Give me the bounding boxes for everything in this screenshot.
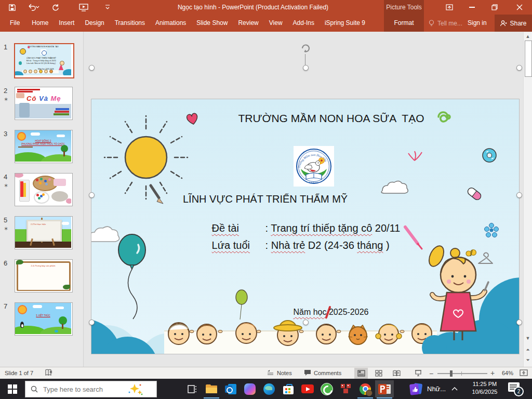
youtube-button[interactable] — [298, 380, 317, 397]
normal-view-button[interactable] — [354, 368, 368, 379]
taskbar-search[interactable] — [25, 381, 157, 397]
slide-sorter-view-button[interactable] — [372, 368, 385, 379]
comments-label[interactable]: Comments — [314, 370, 341, 376]
redo-button[interactable] — [49, 2, 61, 13]
scroll-down-arrow[interactable]: ▼ — [524, 335, 531, 342]
edge-button[interactable] — [260, 380, 278, 397]
taskbar-clock[interactable]: 11:25 PM 10/6/2025 — [467, 380, 503, 397]
share-person-icon — [500, 20, 507, 27]
start-button[interactable] — [3, 380, 22, 397]
search-input[interactable] — [42, 385, 127, 394]
undo-button[interactable] — [26, 2, 42, 13]
close-button[interactable] — [509, 0, 530, 15]
school-logo: Trường Mầm non Hoa Sữa — [294, 146, 334, 187]
tab-ispring[interactable]: iSpring Suite 9 — [320, 15, 370, 32]
vertical-scrollbar[interactable]: ▲ ▼ ⏶ ⏷ — [523, 32, 532, 367]
ribbon-display-options-button[interactable] — [439, 0, 460, 15]
slide-year-line[interactable]: Năm học 2025-2026 — [270, 298, 368, 326]
slide-thumbnail-6[interactable]: 2.4./Trưng bày sản phẩm — [15, 259, 73, 292]
selection-handle-top-right[interactable] — [516, 65, 522, 71]
tab-addins[interactable]: Add-Ins — [288, 15, 320, 32]
slide-thumbnail-4[interactable] — [15, 173, 73, 206]
selection-handle-bottom-left[interactable] — [89, 320, 95, 325]
school-logo-image: Trường Mầm non Hoa Sữa — [294, 146, 334, 187]
task-view-icon — [188, 385, 197, 393]
zoom-in-button[interactable]: + — [490, 369, 495, 377]
slide-canvas[interactable]: Trường Mầm non Hoa Sữa — [91, 99, 519, 354]
zoom-slider-track[interactable] — [437, 373, 487, 374]
slide-field-line[interactable]: LĨNH VỰC PHÁT TRIỂN THẨM MỸ — [183, 193, 348, 205]
slide-thumbnail-1[interactable]: TRƯỜNG MẦM NON HOA SỮA TẠO LĨNH VỰC PHÁT… — [14, 43, 74, 78]
slide-indicator[interactable]: Slide 1 of 7 — [5, 370, 33, 376]
slide-thumbnail-5[interactable]: 2.2Trẻ thực hiện — [15, 216, 73, 249]
tab-file[interactable]: File — [3, 15, 26, 32]
file-explorer-button[interactable] — [202, 380, 221, 397]
selection-handle-mid-right[interactable] — [516, 192, 522, 198]
tab-design[interactable]: Design — [79, 15, 109, 32]
selection-handle-mid-left[interactable] — [89, 192, 95, 198]
fit-window-icon — [520, 369, 528, 377]
clock-date: 10/6/2025 — [467, 388, 503, 396]
tab-insert[interactable]: Insert — [54, 15, 79, 32]
zoom-out-button[interactable]: − — [429, 369, 433, 378]
spellcheck-button[interactable] — [45, 369, 53, 378]
customize-quick-access-button[interactable] — [102, 2, 113, 13]
thumb-number-6: 6 — [4, 259, 7, 267]
reading-view-button[interactable] — [390, 368, 403, 379]
restore-button[interactable] — [484, 0, 505, 15]
chrome-button[interactable] — [356, 380, 375, 397]
previous-slide-button[interactable]: ⏶ — [524, 346, 531, 353]
pixel-app-button[interactable] — [337, 380, 355, 397]
minimize-button[interactable] — [461, 0, 482, 15]
status-bar: Slide 1 of 7 Notes Comments − + 64% — [0, 367, 532, 379]
tab-format[interactable]: Format — [384, 15, 424, 32]
selection-handle-bottom-right[interactable] — [516, 320, 522, 325]
scrollbar-thumb[interactable] — [525, 41, 532, 77]
powerpoint-icon — [378, 383, 391, 395]
slide-school-name[interactable]: TRƯỜNG MẦM NON HOA SỮA TẠO — [143, 112, 519, 125]
zoom-level[interactable]: 64% — [502, 370, 513, 376]
copilot-button[interactable] — [241, 380, 259, 397]
tell-me-button[interactable]: Tell me... — [428, 15, 462, 32]
tray-expand-button[interactable] — [451, 384, 458, 394]
selection-handle-top-left[interactable] — [89, 65, 95, 71]
comments-button[interactable] — [304, 369, 311, 377]
next-slide-button[interactable]: ⏷ — [524, 356, 531, 364]
copilot-sparkle-icon — [127, 383, 143, 395]
widgets-button[interactable]: Nhữ... — [409, 380, 446, 397]
save-button[interactable] — [6, 2, 18, 13]
tab-transitions[interactable]: Transitions — [110, 15, 150, 32]
selection-handle-bottom-center[interactable] — [303, 320, 309, 325]
youtube-icon — [301, 384, 314, 393]
tab-home[interactable]: Home — [26, 15, 54, 32]
rotate-handle-icon[interactable] — [300, 43, 311, 54]
ribbon-display-icon — [446, 4, 453, 10]
main-area: 1 TRƯỜNG MẦM NON HOA SỮA TẠO LĨNH VỰC PH… — [0, 32, 532, 367]
microsoft-store-button[interactable] — [279, 380, 298, 397]
share-button[interactable]: Share — [495, 15, 532, 32]
notes-button[interactable] — [267, 369, 274, 377]
task-view-button[interactable] — [183, 380, 202, 397]
notification-center-button[interactable]: 2 — [508, 382, 524, 396]
scroll-up-arrow[interactable]: ▲ — [524, 33, 531, 40]
fit-slide-to-window-button[interactable] — [520, 369, 528, 378]
slide-thumbnail-7[interactable]: 3. KẾT THÚC — [15, 302, 73, 336]
notes-label[interactable]: Notes — [277, 370, 292, 376]
close-icon — [516, 4, 523, 10]
slide-thumbnail-3[interactable]: HOẠT ĐỘNG 2 PHƯƠNG PHÁP, HÌNH THỨC TỔ CH… — [15, 130, 73, 163]
tab-slideshow[interactable]: Slide Show — [191, 15, 233, 32]
powerpoint-button[interactable] — [375, 380, 394, 397]
slideshow-view-button[interactable] — [411, 368, 425, 379]
coccoc-button[interactable] — [317, 380, 336, 397]
outlook-button[interactable] — [221, 380, 240, 397]
start-slideshow-button[interactable] — [77, 2, 90, 13]
zoom-slider-thumb[interactable] — [450, 370, 453, 377]
slide-thumbnail-2[interactable]: Cô Và Mẹ — [15, 87, 73, 120]
tab-review[interactable]: Review — [233, 15, 263, 32]
sign-in-button[interactable]: Sign in — [468, 15, 487, 32]
tab-view[interactable]: View — [264, 15, 288, 32]
tab-animations[interactable]: Animations — [150, 15, 191, 32]
slide-age-line[interactable]: Lứa tuổi: Nhà trẻ D2 (24-36 tháng ) — [183, 228, 390, 263]
selection-handle-top-center[interactable] — [303, 65, 309, 71]
save-icon — [8, 4, 16, 11]
